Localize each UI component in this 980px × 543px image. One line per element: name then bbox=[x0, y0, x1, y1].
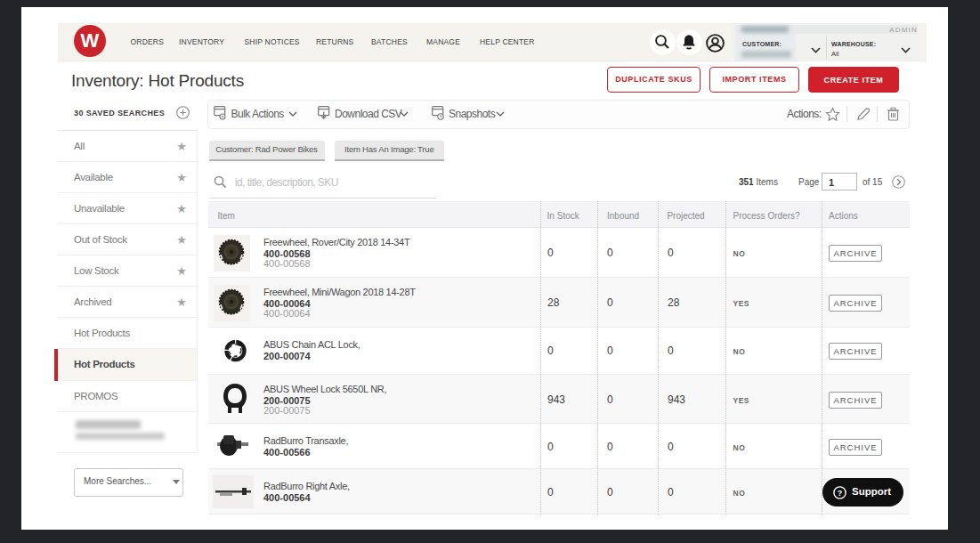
svg-text:?: ? bbox=[838, 489, 843, 498]
